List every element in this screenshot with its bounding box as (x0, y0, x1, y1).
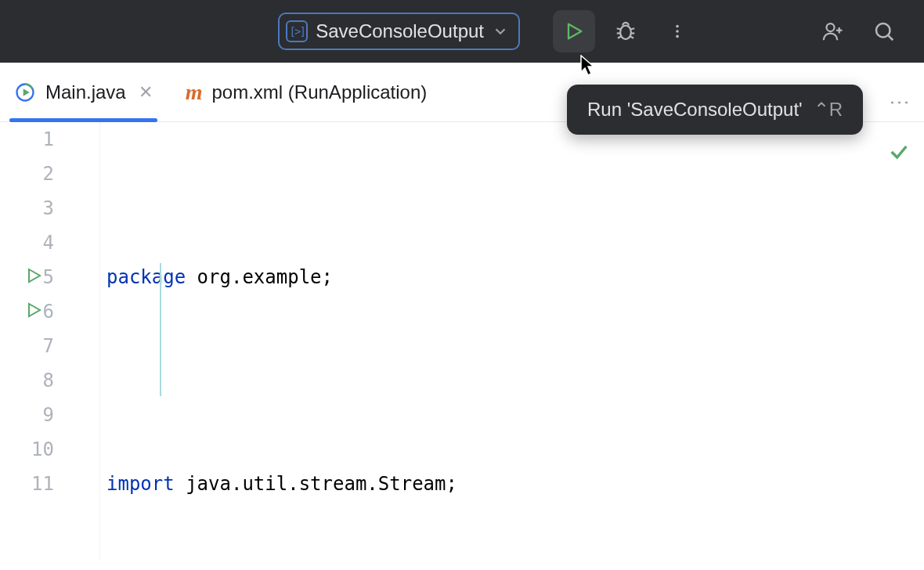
inspection-ok-icon[interactable] (888, 141, 910, 163)
line-number: 1 (43, 122, 54, 157)
run-gutter-icon[interactable] (24, 301, 43, 319)
bug-icon (614, 20, 637, 43)
line-number: 9 (43, 398, 54, 432)
play-icon (563, 20, 585, 42)
svg-point-8 (676, 25, 679, 28)
code-with-me-button[interactable] (811, 10, 854, 52)
chevron-down-icon (492, 23, 509, 40)
svg-marker-18 (29, 269, 40, 282)
terminal-icon: [>] (286, 20, 308, 42)
more-actions-button[interactable] (656, 10, 698, 52)
svg-marker-17 (23, 88, 30, 96)
debug-button[interactable] (605, 10, 647, 52)
tab-label: Main.java (45, 81, 126, 103)
line-number: 11 (31, 467, 54, 501)
svg-marker-0 (568, 24, 581, 39)
svg-point-9 (676, 30, 679, 33)
svg-point-14 (876, 23, 890, 38)
svg-marker-19 (29, 304, 40, 316)
run-gutter-icon[interactable] (24, 266, 43, 285)
main-toolbar: [>] SaveConsoleOutput (0, 0, 924, 63)
code-area[interactable]: package org.example; import java.util.st… (100, 122, 924, 561)
search-icon (872, 20, 896, 43)
svg-point-10 (676, 35, 679, 38)
kebab-icon (669, 23, 686, 40)
svg-line-5 (630, 28, 634, 29)
tab-options-icon[interactable]: ⋮ (887, 92, 911, 114)
run-config-selector[interactable]: [>] SaveConsoleOutput (278, 13, 520, 50)
svg-line-15 (889, 36, 893, 41)
tab-pom-xml[interactable]: m pom.xml (RunApplication) (186, 63, 428, 121)
svg-line-2 (617, 28, 621, 29)
line-number: 3 (43, 191, 54, 225)
line-number: 8 (43, 363, 54, 398)
svg-point-11 (827, 23, 835, 31)
line-number: 7 (43, 329, 54, 363)
indent-guide (160, 263, 161, 396)
tooltip-shortcut: ⌃R (814, 99, 843, 121)
run-config-label: SaveConsoleOutput (316, 20, 484, 42)
maven-icon: m (186, 80, 203, 105)
tab-main-java[interactable]: Main.java ✕ (14, 63, 153, 121)
line-gutter[interactable]: 1 2 3 4 5 6 7 8 9 10 11 (0, 122, 100, 561)
code-editor[interactable]: 1 2 3 4 5 6 7 8 9 10 11 package org.exam… (0, 122, 924, 561)
run-tooltip: Run 'SaveConsoleOutput' ⌃R (567, 85, 863, 135)
svg-line-4 (618, 36, 621, 38)
add-user-icon (821, 20, 844, 43)
line-number: 4 (43, 225, 54, 260)
tooltip-text: Run 'SaveConsoleOutput' (587, 99, 803, 121)
run-overlay-icon (14, 81, 36, 103)
search-button[interactable] (863, 10, 905, 52)
run-button[interactable] (553, 10, 595, 52)
line-number: 5 (43, 260, 54, 294)
svg-line-7 (630, 36, 633, 38)
close-icon[interactable]: ✕ (139, 82, 153, 103)
line-number: 10 (31, 432, 54, 467)
line-number: 2 (43, 157, 54, 191)
tab-label: pom.xml (RunApplication) (212, 81, 428, 103)
line-number: 6 (43, 294, 54, 329)
svg-point-1 (620, 26, 631, 40)
